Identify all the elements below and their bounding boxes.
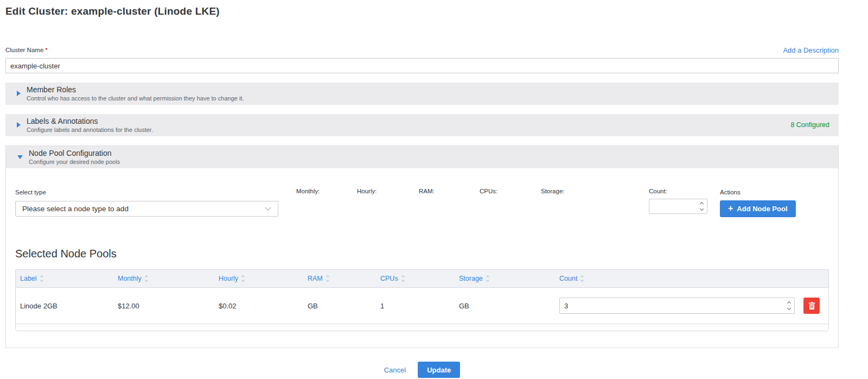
- sort-icon: [41, 276, 43, 281]
- storage-stat-label: Storage:: [541, 187, 649, 194]
- select-type-column: Select type Please select a node type to…: [15, 187, 278, 217]
- row-label-cell: Linode 2GB: [16, 302, 113, 310]
- row-ram-cell: GB: [303, 302, 376, 310]
- count-column: Count:: [649, 187, 720, 214]
- column-header-monthly-text: Monthly: [118, 275, 142, 282]
- stepper-up-icon: [787, 301, 791, 305]
- count-input-wrap: [649, 199, 707, 214]
- member-roles-header[interactable]: Member Roles Control who has access to t…: [5, 83, 839, 105]
- ram-stat-label: RAM:: [419, 187, 480, 194]
- cluster-name-row: Cluster Name* Add a Description: [5, 45, 839, 54]
- select-type-label: Select type: [15, 189, 46, 195]
- trash-icon: [808, 302, 815, 310]
- labels-annotations-text: Labels & Annotations Configure labels an…: [27, 117, 153, 133]
- section-labels-annotations[interactable]: Labels & Annotations Configure labels an…: [5, 114, 839, 136]
- count-label: Count:: [649, 188, 667, 194]
- row-cpus-cell: 1: [376, 302, 455, 310]
- collapse-down-icon: [17, 155, 23, 159]
- row-count-input[interactable]: [560, 302, 786, 310]
- column-header-storage[interactable]: Storage: [455, 275, 555, 282]
- labels-annotations-header[interactable]: Labels & Annotations Configure labels an…: [5, 114, 839, 136]
- node-pool-config-content: Select type Please select a node type to…: [6, 168, 838, 348]
- actions-label: Actions: [720, 189, 741, 195]
- sort-icon: [145, 276, 148, 281]
- section-member-roles[interactable]: Member Roles Control who has access to t…: [5, 83, 839, 105]
- stepper-up-icon: [700, 202, 704, 206]
- row-count-cell: [555, 298, 828, 314]
- sort-icon: [581, 276, 583, 281]
- actions-column: Actions + Add Node Pool: [720, 187, 796, 217]
- cluster-name-label-wrap: Cluster Name*: [5, 45, 48, 54]
- required-asterisk: *: [45, 47, 47, 53]
- column-header-label-text: Label: [20, 275, 37, 282]
- count-input[interactable]: [649, 203, 698, 211]
- column-header-cpus[interactable]: CPUs: [376, 275, 455, 282]
- hourly-stat-label: Hourly:: [357, 187, 419, 194]
- selected-node-pools-table: Label Monthly Hourly RAM: [15, 269, 829, 331]
- stepper-down-icon: [787, 306, 791, 310]
- expand-right-icon: [17, 122, 21, 128]
- sort-icon: [242, 276, 244, 281]
- labels-annotations-title: Labels & Annotations: [27, 117, 153, 125]
- sort-icon: [402, 276, 404, 281]
- node-type-select-value: Please select a node type to add: [22, 205, 129, 213]
- delete-pool-button[interactable]: [803, 298, 820, 314]
- stepper-down-icon: [700, 207, 704, 211]
- section-node-pool-configuration: Node Pool Configuration Configure your d…: [5, 146, 839, 348]
- plus-icon: +: [728, 204, 733, 213]
- expand-right-icon: [17, 91, 21, 96]
- configured-count-badge: 8 Configured: [790, 121, 829, 129]
- add-node-pool-button-label: Add Node Pool: [737, 205, 787, 213]
- page-title: Edit Cluster: example-cluster (Linode LK…: [5, 5, 839, 17]
- row-hourly-cell: $0.02: [214, 302, 303, 310]
- update-button[interactable]: Update: [418, 362, 460, 378]
- cpus-stat-label: CPUs:: [480, 187, 541, 194]
- row-monthly-cell: $12.00: [113, 302, 214, 310]
- node-type-select[interactable]: Please select a node type to add: [15, 201, 278, 217]
- cluster-name-input[interactable]: [5, 58, 839, 73]
- sort-icon: [487, 276, 489, 281]
- member-roles-text: Member Roles Control who has access to t…: [27, 85, 244, 102]
- sort-icon: [327, 276, 329, 281]
- table-row: Linode 2GB $12.00 $0.02 GB 1 GB: [16, 288, 828, 324]
- edit-cluster-page: Edit Cluster: example-cluster (Linode LK…: [5, 5, 839, 378]
- chevron-down-icon: [265, 204, 271, 210]
- form-footer: Cancel Update: [5, 362, 839, 378]
- column-header-storage-text: Storage: [459, 275, 483, 282]
- column-header-ram-text: RAM: [308, 275, 323, 282]
- node-pool-config-header[interactable]: Node Pool Configuration Configure your d…: [6, 146, 838, 168]
- column-header-cpus-text: CPUs: [380, 275, 398, 282]
- add-node-pool-button[interactable]: + Add Node Pool: [720, 200, 796, 217]
- count-stepper[interactable]: [698, 203, 707, 210]
- selected-node-pools-heading: Selected Node Pools: [15, 248, 829, 260]
- row-storage-cell: GB: [455, 302, 555, 310]
- node-pool-config-title: Node Pool Configuration: [29, 149, 120, 157]
- row-count-input-wrap: [559, 298, 795, 314]
- table-footer-strip: [16, 324, 828, 331]
- table-header-row: Label Monthly Hourly RAM: [16, 270, 828, 288]
- column-header-count[interactable]: Count: [555, 275, 828, 282]
- member-roles-subtitle: Control who has access to the cluster an…: [27, 95, 244, 102]
- monthly-stat-label: Monthly:: [296, 187, 357, 194]
- column-header-monthly[interactable]: Monthly: [113, 275, 214, 282]
- node-pool-config-text: Node Pool Configuration Configure your d…: [29, 149, 120, 165]
- labels-annotations-subtitle: Configure labels and annotations for the…: [27, 127, 153, 133]
- column-header-hourly-text: Hourly: [219, 275, 238, 282]
- member-roles-title: Member Roles: [27, 85, 244, 94]
- add-node-pool-row: Select type Please select a node type to…: [15, 187, 829, 217]
- column-header-count-text: Count: [559, 275, 577, 282]
- column-header-label[interactable]: Label: [16, 275, 113, 282]
- cancel-button[interactable]: Cancel: [384, 366, 406, 374]
- cluster-name-label: Cluster Name: [5, 47, 43, 53]
- node-pool-config-subtitle: Configure your desired node pools: [29, 159, 120, 165]
- column-header-hourly[interactable]: Hourly: [214, 275, 303, 282]
- column-header-ram[interactable]: RAM: [303, 275, 376, 282]
- add-description-link[interactable]: Add a Description: [783, 46, 839, 54]
- row-count-stepper[interactable]: [786, 302, 794, 309]
